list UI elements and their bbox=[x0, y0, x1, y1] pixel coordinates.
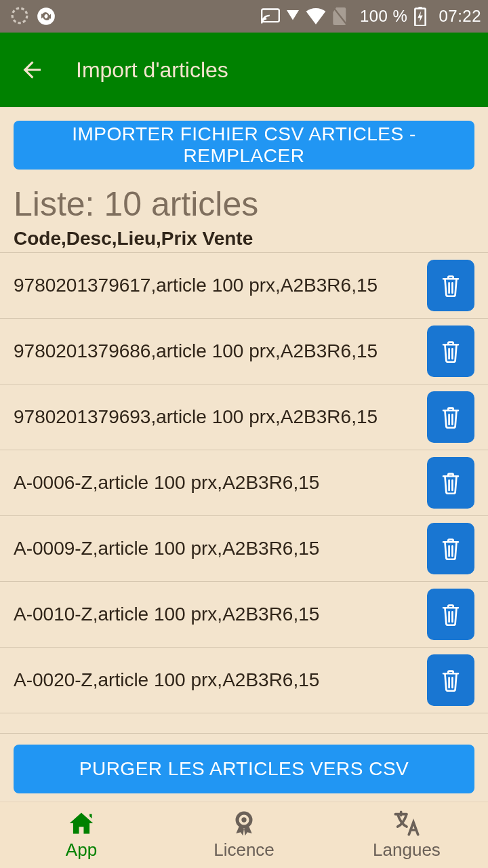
row-text: A-0020-Z,article 100 prx,A2B3R6,15 bbox=[14, 669, 427, 692]
trash-icon bbox=[441, 471, 461, 494]
battery-text: 100 % bbox=[360, 7, 408, 26]
signal-dropdown-icon bbox=[287, 10, 299, 22]
app-bar: Import d'articles bbox=[0, 33, 488, 107]
battery-charging-icon bbox=[414, 7, 426, 26]
delete-button[interactable] bbox=[427, 391, 474, 443]
nav-licence-label: Licence bbox=[214, 840, 274, 861]
status-left bbox=[11, 7, 56, 26]
nav-langues-label: Langues bbox=[373, 840, 441, 861]
delete-button[interactable] bbox=[427, 654, 474, 706]
back-button[interactable] bbox=[20, 58, 45, 82]
row-text: A-0009-Z,article 100 prx,A2B3R6,15 bbox=[14, 537, 427, 560]
import-csv-button[interactable]: IMPORTER FICHIER CSV ARTICLES - REMPLACE… bbox=[14, 121, 474, 170]
delete-button[interactable] bbox=[427, 589, 474, 640]
content: IMPORTER FICHIER CSV ARTICLES - REMPLACE… bbox=[0, 107, 488, 802]
delete-button[interactable] bbox=[427, 523, 474, 574]
row-text: 9780201379686,article 100 prx,A2B3R6,15 bbox=[14, 340, 427, 363]
badge-icon bbox=[230, 810, 258, 837]
status-sync-icon bbox=[37, 7, 56, 26]
row-text: 9780201379617,article 100 prx,A2B3R6,15 bbox=[14, 274, 427, 297]
svg-point-7 bbox=[241, 817, 246, 822]
no-sim-icon bbox=[333, 7, 348, 25]
svg-rect-5 bbox=[419, 7, 422, 9]
article-list: 9780201379617,article 100 prx,A2B3R6,159… bbox=[0, 252, 488, 733]
delete-button[interactable] bbox=[427, 326, 474, 377]
delete-button[interactable] bbox=[427, 457, 474, 509]
table-row: A-0009-Z,article 100 prx,A2B3R6,15 bbox=[0, 516, 488, 582]
purge-csv-button[interactable]: PURGER LES ARTICLES VERS CSV bbox=[14, 745, 474, 793]
trash-icon bbox=[441, 603, 461, 626]
table-row: A-0020-Z,article 100 prx,A2B3R6,15 bbox=[0, 648, 488, 713]
cast-icon bbox=[261, 8, 280, 24]
svg-point-1 bbox=[37, 7, 55, 25]
nav-langues[interactable]: Langues bbox=[325, 802, 488, 868]
nav-licence[interactable]: Licence bbox=[163, 802, 325, 868]
trash-icon bbox=[441, 406, 461, 429]
wifi-icon bbox=[306, 8, 326, 24]
table-row: A-0010-Z,article 100 prx,A2B3R6,15 bbox=[0, 582, 488, 648]
list-title: Liste: 10 articles bbox=[0, 184, 488, 224]
row-text: A-0006-Z,article 100 prx,A2B3R6,15 bbox=[14, 471, 427, 494]
status-spinner-icon bbox=[11, 7, 28, 26]
row-text: A-0010-Z,article 100 prx,A2B3R6,15 bbox=[14, 603, 427, 626]
clock-text: 07:22 bbox=[439, 7, 481, 26]
table-row: 9780201379693,article 100 prx,A2B3R6,15 bbox=[0, 384, 488, 450]
columns-header: Code,Desc,Lieu,Prix Vente bbox=[0, 228, 488, 252]
page-title: Import d'articles bbox=[76, 58, 228, 83]
delete-button[interactable] bbox=[427, 260, 474, 311]
trash-icon bbox=[441, 340, 461, 363]
table-row: A-0006-Z,article 100 prx,A2B3R6,15 bbox=[0, 450, 488, 516]
status-right: 100 % 07:22 bbox=[261, 7, 481, 26]
trash-icon bbox=[441, 274, 461, 297]
nav-app[interactable]: App bbox=[0, 802, 163, 868]
translate-icon bbox=[393, 810, 420, 837]
row-text: 9780201379693,article 100 prx,A2B3R6,15 bbox=[14, 406, 427, 429]
trash-icon bbox=[441, 669, 461, 692]
nav-app-label: App bbox=[66, 840, 97, 861]
status-bar: 100 % 07:22 bbox=[0, 0, 488, 33]
table-row: 9780201379617,article 100 prx,A2B3R6,15 bbox=[0, 252, 488, 319]
svg-point-0 bbox=[12, 8, 27, 23]
table-row: 9780201379686,article 100 prx,A2B3R6,15 bbox=[0, 319, 488, 384]
home-icon bbox=[67, 810, 96, 837]
trash-icon bbox=[441, 537, 461, 560]
bottom-nav: App Licence Langues bbox=[0, 802, 488, 868]
